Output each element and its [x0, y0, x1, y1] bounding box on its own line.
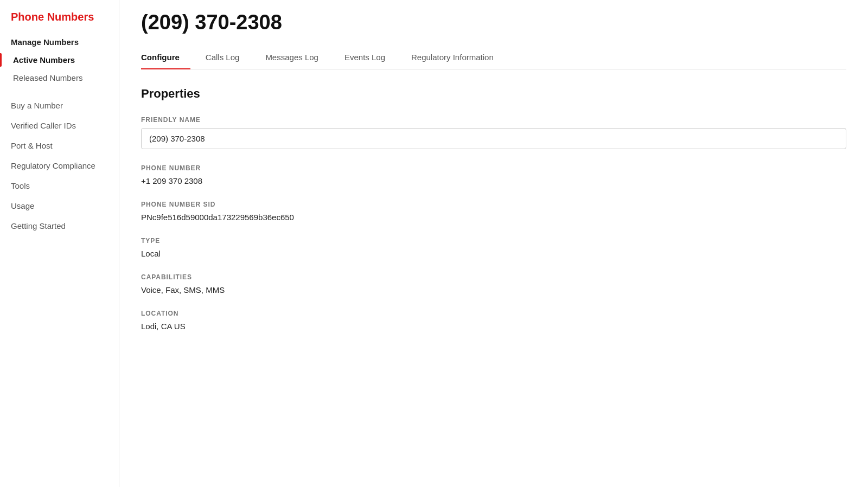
property-type: TYPE Local — [141, 237, 846, 258]
properties-title: Properties — [141, 87, 846, 101]
sidebar-item-usage[interactable]: Usage — [0, 196, 119, 216]
property-location: LOCATION Lodi, CA US — [141, 310, 846, 331]
label-friendly-name: FRIENDLY NAME — [141, 116, 846, 124]
label-location: LOCATION — [141, 310, 846, 317]
tab-regulatory-information[interactable]: Regulatory Information — [409, 47, 505, 69]
sidebar-item-verified-caller-ids[interactable]: Verified Caller IDs — [0, 116, 119, 136]
tab-messages-log[interactable]: Messages Log — [263, 47, 329, 69]
sidebar-item-active-numbers[interactable]: Active Numbers — [0, 51, 119, 69]
sidebar-item-buy-a-number[interactable]: Buy a Number — [0, 95, 119, 116]
sidebar-title[interactable]: Phone Numbers — [0, 0, 119, 32]
tabs-bar: Configure Calls Log Messages Log Events … — [141, 47, 846, 69]
label-phone-number-sid: PHONE NUMBER SID — [141, 201, 846, 208]
tab-configure[interactable]: Configure — [141, 47, 190, 69]
value-capabilities: Voice, Fax, SMS, MMS — [141, 285, 846, 294]
sidebar-item-getting-started[interactable]: Getting Started — [0, 216, 119, 236]
sidebar-item-released-numbers[interactable]: Released Numbers — [0, 69, 119, 87]
value-type: Local — [141, 249, 846, 258]
tab-events-log[interactable]: Events Log — [342, 47, 396, 69]
property-phone-number: PHONE NUMBER +1 209 370 2308 — [141, 164, 846, 185]
property-friendly-name: FRIENDLY NAME — [141, 116, 846, 149]
property-phone-number-sid: PHONE NUMBER SID PNc9fe516d59000da173229… — [141, 201, 846, 222]
sidebar-item-tools[interactable]: Tools — [0, 176, 119, 196]
label-phone-number: PHONE NUMBER — [141, 164, 846, 172]
sidebar-item-regulatory-compliance[interactable]: Regulatory Compliance — [0, 156, 119, 176]
value-phone-number-sid: PNc9fe516d59000da173229569b36ec650 — [141, 213, 846, 222]
label-capabilities: CAPABILITIES — [141, 273, 846, 281]
sidebar-section-manage-numbers: Manage Numbers — [0, 32, 119, 51]
page-heading: (209) 370-2308 — [141, 11, 846, 34]
input-friendly-name[interactable] — [141, 128, 846, 149]
sidebar: Phone Numbers Manage Numbers Active Numb… — [0, 0, 119, 487]
sidebar-item-port-and-host[interactable]: Port & Host — [0, 136, 119, 156]
tab-calls-log[interactable]: Calls Log — [203, 47, 251, 69]
main-content: (209) 370-2308 Configure Calls Log Messa… — [119, 0, 868, 487]
label-type: TYPE — [141, 237, 846, 245]
value-location: Lodi, CA US — [141, 322, 846, 331]
property-capabilities: CAPABILITIES Voice, Fax, SMS, MMS — [141, 273, 846, 294]
value-phone-number: +1 209 370 2308 — [141, 176, 846, 185]
